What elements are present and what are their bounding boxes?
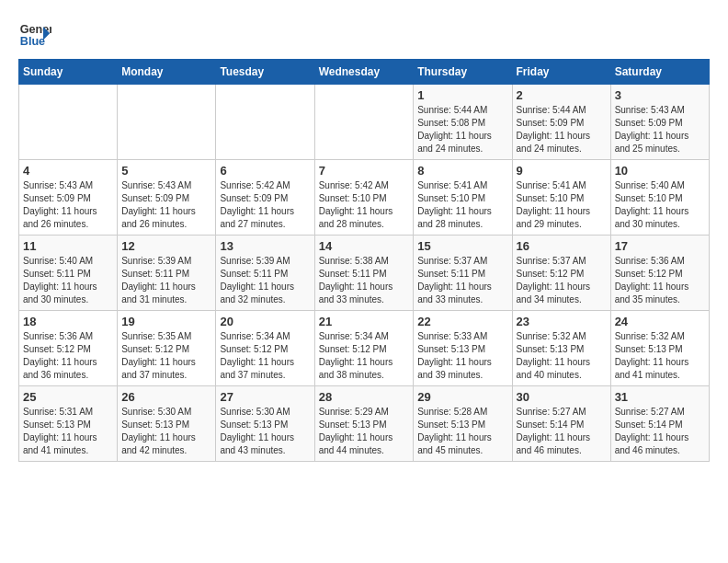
day-detail: Sunrise: 5:29 AM Sunset: 5:13 PM Dayligh… [319, 406, 410, 457]
day-detail: Sunrise: 5:38 AM Sunset: 5:11 PM Dayligh… [319, 255, 410, 306]
calendar-cell: 23Sunrise: 5:32 AM Sunset: 5:13 PM Dayli… [512, 311, 610, 386]
calendar-cell [216, 85, 314, 160]
day-detail: Sunrise: 5:39 AM Sunset: 5:11 PM Dayligh… [121, 255, 211, 306]
calendar-cell: 28Sunrise: 5:29 AM Sunset: 5:13 PM Dayli… [314, 386, 414, 462]
day-detail: Sunrise: 5:37 AM Sunset: 5:12 PM Dayligh… [517, 255, 607, 306]
calendar-cell [314, 85, 414, 160]
calendar-week-row: 1Sunrise: 5:44 AM Sunset: 5:08 PM Daylig… [19, 85, 710, 160]
day-number: 23 [517, 315, 607, 328]
weekday-header-sunday: Sunday [19, 60, 118, 85]
calendar-week-row: 11Sunrise: 5:40 AM Sunset: 5:11 PM Dayli… [19, 236, 710, 311]
day-number: 20 [220, 315, 310, 328]
calendar-cell: 25Sunrise: 5:31 AM Sunset: 5:13 PM Dayli… [19, 386, 118, 462]
calendar-week-row: 25Sunrise: 5:31 AM Sunset: 5:13 PM Dayli… [19, 386, 710, 462]
day-number: 7 [319, 164, 410, 178]
weekday-header-monday: Monday [118, 60, 216, 85]
logo: General Blue [18, 18, 51, 52]
day-number: 27 [220, 390, 310, 404]
calendar-cell: 5Sunrise: 5:43 AM Sunset: 5:09 PM Daylig… [118, 160, 216, 236]
calendar-cell: 15Sunrise: 5:37 AM Sunset: 5:11 PM Dayli… [414, 236, 512, 311]
day-detail: Sunrise: 5:44 AM Sunset: 5:09 PM Dayligh… [517, 104, 607, 155]
day-detail: Sunrise: 5:33 AM Sunset: 5:13 PM Dayligh… [417, 330, 507, 382]
calendar-cell: 26Sunrise: 5:30 AM Sunset: 5:13 PM Dayli… [118, 386, 216, 462]
day-number: 19 [121, 315, 211, 328]
calendar-cell: 17Sunrise: 5:36 AM Sunset: 5:12 PM Dayli… [610, 236, 709, 311]
calendar-cell: 2Sunrise: 5:44 AM Sunset: 5:09 PM Daylig… [512, 85, 610, 160]
weekday-header-tuesday: Tuesday [216, 60, 314, 85]
day-detail: Sunrise: 5:40 AM Sunset: 5:11 PM Dayligh… [23, 255, 113, 306]
calendar-cell: 19Sunrise: 5:35 AM Sunset: 5:12 PM Dayli… [118, 311, 216, 386]
calendar-cell: 14Sunrise: 5:38 AM Sunset: 5:11 PM Dayli… [314, 236, 414, 311]
calendar-cell: 13Sunrise: 5:39 AM Sunset: 5:11 PM Dayli… [216, 236, 314, 311]
day-number: 18 [23, 315, 113, 328]
calendar-week-row: 4Sunrise: 5:43 AM Sunset: 5:09 PM Daylig… [19, 160, 710, 236]
calendar-cell: 9Sunrise: 5:41 AM Sunset: 5:10 PM Daylig… [512, 160, 610, 236]
day-detail: Sunrise: 5:28 AM Sunset: 5:13 PM Dayligh… [417, 406, 507, 457]
day-detail: Sunrise: 5:37 AM Sunset: 5:11 PM Dayligh… [417, 255, 507, 306]
day-number: 15 [417, 239, 507, 253]
day-detail: Sunrise: 5:42 AM Sunset: 5:10 PM Dayligh… [319, 179, 410, 231]
calendar-cell: 1Sunrise: 5:44 AM Sunset: 5:08 PM Daylig… [414, 85, 512, 160]
day-number: 4 [23, 164, 113, 178]
day-detail: Sunrise: 5:40 AM Sunset: 5:10 PM Dayligh… [615, 179, 705, 231]
calendar-cell [118, 85, 216, 160]
calendar-cell: 4Sunrise: 5:43 AM Sunset: 5:09 PM Daylig… [19, 160, 118, 236]
calendar-week-row: 18Sunrise: 5:36 AM Sunset: 5:12 PM Dayli… [19, 311, 710, 386]
day-number: 21 [319, 315, 410, 328]
day-detail: Sunrise: 5:34 AM Sunset: 5:12 PM Dayligh… [319, 330, 410, 382]
day-detail: Sunrise: 5:44 AM Sunset: 5:08 PM Dayligh… [417, 104, 507, 155]
day-detail: Sunrise: 5:43 AM Sunset: 5:09 PM Dayligh… [615, 104, 705, 155]
day-detail: Sunrise: 5:36 AM Sunset: 5:12 PM Dayligh… [23, 330, 113, 382]
weekday-header-row: SundayMondayTuesdayWednesdayThursdayFrid… [19, 60, 710, 85]
page-header: General Blue [18, 18, 710, 52]
calendar-cell: 12Sunrise: 5:39 AM Sunset: 5:11 PM Dayli… [118, 236, 216, 311]
day-detail: Sunrise: 5:35 AM Sunset: 5:12 PM Dayligh… [121, 330, 211, 382]
day-number: 6 [220, 164, 310, 178]
day-detail: Sunrise: 5:31 AM Sunset: 5:13 PM Dayligh… [23, 406, 113, 457]
day-detail: Sunrise: 5:41 AM Sunset: 5:10 PM Dayligh… [517, 179, 607, 231]
calendar-cell: 20Sunrise: 5:34 AM Sunset: 5:12 PM Dayli… [216, 311, 314, 386]
day-number: 30 [517, 390, 607, 404]
calendar-cell: 11Sunrise: 5:40 AM Sunset: 5:11 PM Dayli… [19, 236, 118, 311]
day-number: 29 [417, 390, 507, 404]
weekday-header-friday: Friday [512, 60, 610, 85]
day-number: 1 [417, 88, 507, 102]
day-detail: Sunrise: 5:39 AM Sunset: 5:11 PM Dayligh… [220, 255, 310, 306]
day-detail: Sunrise: 5:32 AM Sunset: 5:13 PM Dayligh… [517, 330, 607, 382]
calendar-cell: 7Sunrise: 5:42 AM Sunset: 5:10 PM Daylig… [314, 160, 414, 236]
day-detail: Sunrise: 5:42 AM Sunset: 5:09 PM Dayligh… [220, 179, 310, 231]
day-number: 2 [517, 88, 607, 102]
day-detail: Sunrise: 5:36 AM Sunset: 5:12 PM Dayligh… [615, 255, 705, 306]
day-number: 8 [417, 164, 507, 178]
day-number: 3 [615, 88, 705, 102]
day-number: 9 [517, 164, 607, 178]
weekday-header-thursday: Thursday [414, 60, 512, 85]
weekday-header-wednesday: Wednesday [314, 60, 414, 85]
day-number: 22 [417, 315, 507, 328]
day-number: 5 [121, 164, 211, 178]
day-detail: Sunrise: 5:30 AM Sunset: 5:13 PM Dayligh… [121, 406, 211, 457]
day-detail: Sunrise: 5:34 AM Sunset: 5:12 PM Dayligh… [220, 330, 310, 382]
calendar-cell: 6Sunrise: 5:42 AM Sunset: 5:09 PM Daylig… [216, 160, 314, 236]
day-number: 10 [615, 164, 705, 178]
calendar-cell: 22Sunrise: 5:33 AM Sunset: 5:13 PM Dayli… [414, 311, 512, 386]
day-detail: Sunrise: 5:43 AM Sunset: 5:09 PM Dayligh… [121, 179, 211, 231]
calendar-cell: 10Sunrise: 5:40 AM Sunset: 5:10 PM Dayli… [610, 160, 709, 236]
calendar-cell: 24Sunrise: 5:32 AM Sunset: 5:13 PM Dayli… [610, 311, 709, 386]
day-detail: Sunrise: 5:43 AM Sunset: 5:09 PM Dayligh… [23, 179, 113, 231]
calendar-cell: 31Sunrise: 5:27 AM Sunset: 5:14 PM Dayli… [610, 386, 709, 462]
calendar-cell: 16Sunrise: 5:37 AM Sunset: 5:12 PM Dayli… [512, 236, 610, 311]
day-number: 17 [615, 239, 705, 253]
day-detail: Sunrise: 5:32 AM Sunset: 5:13 PM Dayligh… [615, 330, 705, 382]
day-number: 13 [220, 239, 310, 253]
day-number: 28 [319, 390, 410, 404]
calendar-cell: 29Sunrise: 5:28 AM Sunset: 5:13 PM Dayli… [414, 386, 512, 462]
day-detail: Sunrise: 5:27 AM Sunset: 5:14 PM Dayligh… [517, 406, 607, 457]
day-number: 24 [615, 315, 705, 328]
calendar-cell: 8Sunrise: 5:41 AM Sunset: 5:10 PM Daylig… [414, 160, 512, 236]
svg-text:Blue: Blue [20, 35, 45, 48]
calendar-body: 1Sunrise: 5:44 AM Sunset: 5:08 PM Daylig… [19, 85, 710, 462]
calendar-table: SundayMondayTuesdayWednesdayThursdayFrid… [18, 59, 710, 462]
day-detail: Sunrise: 5:30 AM Sunset: 5:13 PM Dayligh… [220, 406, 310, 457]
calendar-cell [19, 85, 118, 160]
